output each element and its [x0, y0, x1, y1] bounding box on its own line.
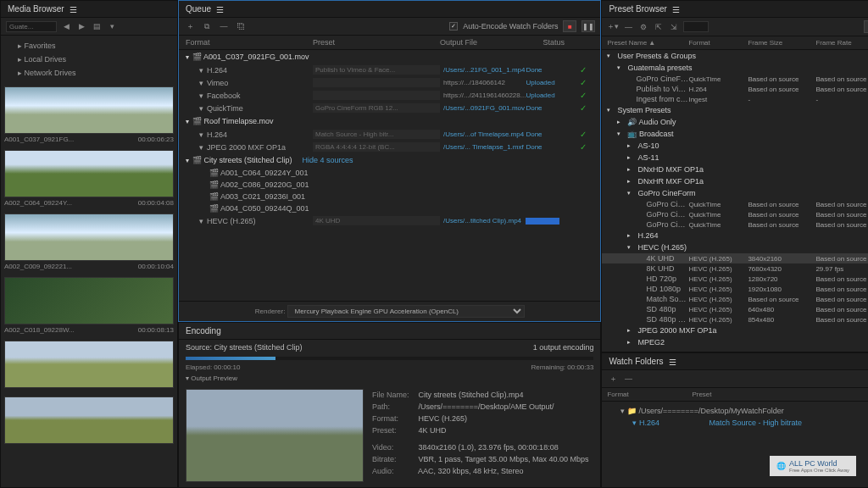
remove-folder-icon[interactable]: — [622, 373, 634, 385]
preset-search-input[interactable] [683, 21, 709, 32]
thumbnail[interactable] [4, 396, 174, 447]
row-preset[interactable]: Match Source - High bitr... [313, 130, 440, 139]
row-output[interactable]: /Users/... Timelapse_1.mxf [443, 143, 526, 151]
preset-row[interactable]: SD 480pHEVC (H.265)640x480Based on sourc… [602, 304, 868, 314]
row-output[interactable]: https://.../2411961460228... [443, 92, 526, 99]
preset-row[interactable]: GoPro CineForm YUV 10-bitQuickTimeBased … [602, 219, 868, 230]
delete-preset-icon[interactable]: — [622, 21, 634, 33]
queue-row[interactable]: ▾ QuickTimeGoPro CineForm RGB 12.../User… [179, 102, 600, 114]
panel-menu-icon[interactable]: ☰ [672, 5, 681, 14]
thumbnail[interactable] [4, 341, 174, 391]
auto-encode-checkbox[interactable]: ✓ [449, 22, 458, 30]
header-frame-rate[interactable]: Frame Rate [815, 39, 868, 47]
pause-button[interactable]: ❚❚ [581, 20, 595, 32]
preset-group[interactable]: ▸ 🔊 Audio Only [602, 116, 868, 128]
watch-folder-preset-row[interactable]: ▾ H.264 Match Source - High bitrate [609, 417, 868, 429]
preset-row[interactable]: Ingest from cameraIngest-- [602, 94, 868, 104]
preset-group[interactable]: ▸ AS-11 [602, 152, 868, 164]
row-output[interactable]: /Users/...21FG_001_1.mp4 [443, 66, 526, 74]
preset-settings-icon[interactable]: ⚙ [637, 21, 649, 33]
panel-menu-icon[interactable]: ☰ [216, 5, 225, 14]
queue-sub-clip[interactable]: 🎬 A002_C086_09220G_001 [179, 179, 600, 191]
hide-sources-link[interactable]: Hide 4 sources [303, 156, 353, 164]
queue-group[interactable]: ▾ 🎬 A001_C037_0921FG_001.mov [179, 50, 600, 64]
preset-row[interactable]: SD 480p WideHEVC (H.265)854x480Based on … [602, 314, 868, 324]
header-status[interactable]: Status [542, 38, 593, 47]
header-format[interactable]: Format [688, 39, 748, 47]
queue-row[interactable]: ▾ JPEG 2000 MXF OP1aRGBA 4:4:4:4 12-bit … [179, 141, 600, 153]
header-preset-name[interactable]: Preset Name ▲ [607, 39, 688, 47]
chevron-left-icon[interactable]: ◀ [60, 20, 72, 32]
preset-row[interactable]: Match Source - High BitrateHEVC (H.265)B… [602, 294, 868, 304]
preset-group[interactable]: ▸ JPEG 2000 MXF OP1a [602, 324, 868, 336]
row-output[interactable]: /Users/...titched Clip).mp4 [443, 217, 526, 225]
preset-group[interactable]: ▸ H.264 [602, 230, 868, 241]
preset-group[interactable]: ▾ System Presets [602, 104, 868, 116]
row-preset[interactable]: Publish to Vimeo & Face... [313, 65, 440, 75]
row-output[interactable]: https://.../184066142 [443, 79, 526, 86]
queue-row[interactable]: ▾ HEVC (H.265)4K UHD/Users/...titched Cl… [179, 214, 600, 227]
preset-group[interactable]: ▸ DNxHR MXF OP1a [602, 175, 868, 187]
wf-header-preset[interactable]: Preset [692, 391, 711, 398]
tree-item[interactable]: ▸ Network Drives [8, 66, 170, 80]
chevron-down-icon[interactable]: ▾ [199, 79, 203, 87]
thumbnail[interactable]: A001_C037_0921FG...00:00:06:23 [4, 86, 174, 145]
row-preset[interactable] [313, 91, 440, 100]
new-preset-icon[interactable]: ＋▾ [607, 21, 619, 33]
panel-menu-icon[interactable]: ☰ [70, 5, 78, 14]
ingest-icon[interactable]: ▤ [91, 20, 103, 32]
chevron-down-icon[interactable]: ▾ [199, 217, 203, 225]
row-output[interactable]: /Users/...0921FG_001.mov [443, 104, 526, 112]
apply-preset-button[interactable]: Apply Preset [864, 20, 868, 33]
preset-row[interactable]: 8K UHDHEVC (H.265)7680x432029.97 fps120 … [602, 263, 868, 274]
queue-row[interactable]: ▾ H.264Match Source - High bitr.../Users… [179, 128, 600, 141]
row-preset[interactable]: 4K UHD [313, 216, 440, 225]
preset-row[interactable]: Publish to Vimeo & FacebookH.264Based on… [602, 84, 868, 94]
chevron-down-icon[interactable]: ▾ [199, 130, 203, 139]
tree-item[interactable]: ▸ Favorites [8, 39, 170, 53]
chevron-down-icon[interactable]: ▾ [199, 92, 203, 100]
preset-row[interactable]: HD 1080pHEVC (H.265)1920x1080Based on so… [602, 284, 868, 294]
preset-group[interactable]: ▸ AS-10 [602, 140, 868, 152]
queue-row[interactable]: ▾ Vimeo https://.../184066142Uploaded✓ [179, 76, 600, 89]
preset-group[interactable]: ▸ MPEG2 [602, 336, 868, 348]
remove-icon[interactable]: — [218, 20, 230, 32]
preset-group[interactable]: ▾ Guatemala presets [602, 62, 868, 74]
queue-group[interactable]: ▾ 🎬 Roof Timelapse.mov [179, 114, 600, 128]
header-format[interactable]: Format [186, 38, 313, 47]
queue-sub-clip[interactable]: 🎬 A004_C050_09244Q_001 [179, 202, 600, 214]
preset-group[interactable]: ▾ HEVC (H.265) [602, 241, 868, 253]
media-search-input[interactable] [6, 21, 57, 32]
duplicate-icon[interactable]: ⿻ [235, 20, 247, 32]
chevron-down-icon[interactable]: ▾ [199, 104, 203, 113]
row-preset[interactable]: RGBA 4:4:4:4 12-bit (BC... [313, 142, 440, 152]
renderer-select[interactable]: Mercury Playback Engine GPU Acceleration… [287, 305, 525, 318]
thumbnail[interactable]: A002_C009_092221...00:00:10:04 [4, 214, 174, 272]
row-preset[interactable]: GoPro CineForm RGB 12... [313, 103, 440, 113]
thumbnail[interactable]: A002_C018_09228W...00:00:08:13 [4, 277, 174, 336]
header-frame-size[interactable]: Frame Size [748, 39, 815, 47]
queue-sub-clip[interactable]: 🎬 A003_C021_09236I_001 [179, 191, 600, 202]
preset-row[interactable]: GoPro CineForm RGB 12-bit with alpha...Q… [602, 209, 868, 219]
preset-row[interactable]: GoPro CineForm RGB 12-bit with alpha (Al… [602, 74, 868, 84]
queue-row[interactable]: ▾ Facebook https://.../2411961460228...U… [179, 89, 600, 102]
thumbnail[interactable]: A002_C064_09224Y...00:00:04:08 [4, 150, 174, 208]
preset-group[interactable]: ▾ User Presets & Groups [602, 50, 868, 62]
add-output-icon[interactable]: ⧉ [201, 20, 213, 32]
queue-sub-clip[interactable]: 🎬 A001_C064_09224Y_001 [179, 167, 600, 179]
import-preset-icon[interactable]: ⇱ [653, 21, 665, 33]
chevron-down-icon[interactable]: ▾ [199, 143, 203, 152]
preset-group[interactable]: ▾ 📺 Broadcast [602, 128, 868, 140]
preset-row[interactable]: HD 720pHEVC (H.265)1280x720Based on sour… [602, 274, 868, 284]
header-preset[interactable]: Preset [313, 38, 440, 47]
wf-header-format[interactable]: Format [607, 391, 692, 398]
preset-group[interactable]: ▾ GoPro CineForm [602, 187, 868, 199]
stop-button[interactable]: ■ [563, 20, 576, 32]
preset-group[interactable]: ▸ DNxHD MXF OP1a [602, 164, 868, 175]
preset-row[interactable]: GoPro CineForm RGB 12-bit with alphaQuic… [602, 199, 868, 209]
header-output[interactable]: Output File [440, 38, 542, 47]
add-source-icon[interactable]: ＋ [184, 20, 196, 32]
export-preset-icon[interactable]: ⇲ [668, 21, 680, 33]
watch-folder-row[interactable]: ▾ 📁 /Users/========/Desktop/MyWatchFolde… [609, 405, 868, 417]
row-preset[interactable] [313, 78, 440, 87]
